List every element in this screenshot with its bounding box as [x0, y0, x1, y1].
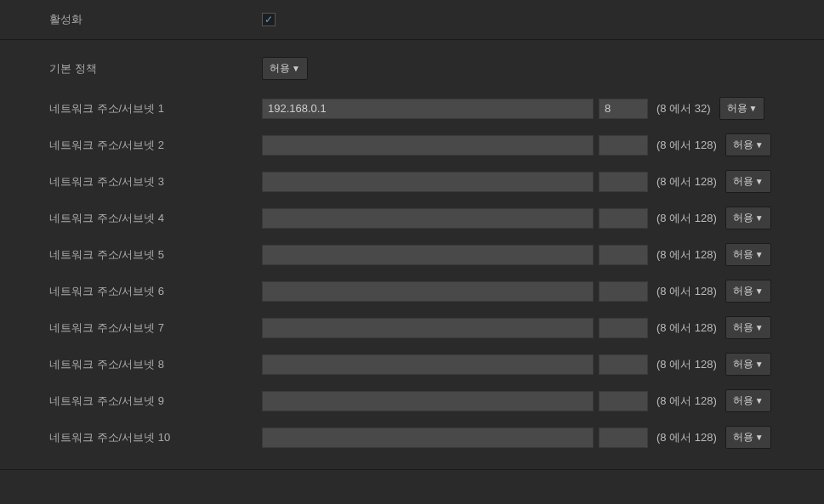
subnet-rule-fields: (8 에서 128)허용▼ — [262, 426, 771, 449]
subnet-rule-label: 네트워크 주소/서브넷 7 — [49, 320, 262, 336]
chevron-down-icon: ▼ — [755, 213, 764, 223]
default-policy-row: 기본 정책 허용 ▼ — [0, 40, 824, 90]
subnet-rule-label: 네트워크 주소/서브넷 8 — [49, 357, 262, 372]
subnet-mask-input[interactable] — [599, 391, 648, 411]
enable-checkbox[interactable]: ✓ — [262, 13, 276, 26]
chevron-down-icon: ▼ — [755, 177, 764, 186]
subnet-rule-row: 네트워크 주소/서브넷 9(8 에서 128)허용▼ — [0, 382, 824, 419]
subnet-rule-row: 네트워크 주소/서브넷 8(8 에서 128)허용▼ — [0, 346, 824, 382]
subnet-action-select[interactable]: 허용▼ — [725, 243, 771, 266]
chevron-down-icon: ▼ — [755, 286, 764, 296]
subnet-action-value: 허용 — [733, 394, 753, 408]
subnet-rule-row: 네트워크 주소/서브넷 5(8 에서 128)허용▼ — [0, 236, 824, 273]
chevron-down-icon: ▼ — [755, 396, 764, 405]
subnet-ip-input[interactable] — [262, 172, 594, 192]
enable-row: 활성화 ✓ — [0, 0, 824, 39]
subnet-ip-input[interactable] — [262, 245, 594, 265]
chevron-down-icon: ▼ — [755, 140, 764, 150]
subnet-rule-label: 네트워크 주소/서브넷 5 — [49, 247, 262, 263]
subnet-rule-row: 네트워크 주소/서브넷 1(8 에서 32)허용▼ — [0, 90, 824, 127]
subnet-range-text: (8 에서 128) — [656, 357, 717, 372]
subnet-rule-row: 네트워크 주소/서브넷 3(8 에서 128)허용▼ — [0, 163, 824, 200]
subnet-ip-input[interactable] — [262, 428, 594, 448]
subnet-mask-input[interactable] — [599, 245, 648, 265]
default-policy-label: 기본 정책 — [49, 61, 262, 76]
default-policy-select[interactable]: 허용 ▼ — [262, 57, 308, 80]
chevron-down-icon: ▼ — [292, 64, 300, 73]
subnet-rule-fields: (8 에서 128)허용▼ — [262, 170, 771, 193]
subnet-action-select[interactable]: 허용▼ — [725, 170, 771, 193]
subnet-rule-label: 네트워크 주소/서브넷 4 — [49, 211, 262, 226]
subnet-range-text: (8 에서 128) — [656, 247, 717, 263]
subnet-range-text: (8 에서 128) — [656, 174, 717, 190]
chevron-down-icon: ▼ — [755, 250, 764, 259]
subnet-rule-row: 네트워크 주소/서브넷 6(8 에서 128)허용▼ — [0, 273, 824, 309]
subnet-rule-fields: (8 에서 128)허용▼ — [262, 353, 771, 376]
subnet-action-select[interactable]: 허용▼ — [725, 133, 771, 156]
subnet-action-value: 허용 — [733, 284, 753, 298]
subnet-ip-input[interactable] — [262, 318, 594, 338]
subnet-rule-row: 네트워크 주소/서브넷 7(8 에서 128)허용▼ — [0, 309, 824, 346]
subnet-rule-label: 네트워크 주소/서브넷 6 — [49, 284, 262, 299]
subnet-rule-label: 네트워크 주소/서브넷 10 — [49, 430, 262, 445]
subnet-range-text: (8 에서 128) — [656, 284, 717, 299]
subnet-ip-input[interactable] — [262, 208, 594, 229]
subnet-range-text: (8 에서 128) — [656, 138, 717, 153]
enable-label: 활성화 — [49, 12, 262, 27]
subnet-rule-label: 네트워크 주소/서브넷 1 — [49, 101, 262, 116]
chevron-down-icon: ▼ — [755, 360, 764, 369]
subnet-rule-row: 네트워크 주소/서브넷 4(8 에서 128)허용▼ — [0, 200, 824, 236]
subnet-range-text: (8 에서 128) — [656, 430, 717, 445]
subnet-action-select[interactable]: 허용▼ — [725, 426, 771, 449]
subnet-rule-row: 네트워크 주소/서브넷 2(8 에서 128)허용▼ — [0, 127, 824, 163]
subnet-mask-input[interactable] — [599, 99, 648, 119]
subnet-range-text: (8 에서 128) — [656, 320, 717, 336]
subnet-ip-input[interactable] — [262, 281, 594, 302]
subnet-rule-row: 네트워크 주소/서브넷 10(8 에서 128)허용▼ — [0, 419, 824, 456]
subnet-mask-input[interactable] — [599, 172, 648, 192]
subnet-range-text: (8 에서 128) — [656, 211, 717, 226]
subnet-mask-input[interactable] — [599, 428, 648, 448]
subnet-range-text: (8 에서 32) — [656, 101, 711, 116]
chevron-down-icon: ▼ — [755, 433, 764, 442]
subnet-rule-fields: (8 에서 128)허용▼ — [262, 243, 771, 266]
subnet-mask-input[interactable] — [599, 318, 648, 338]
subnet-rule-fields: (8 에서 128)허용▼ — [262, 133, 771, 156]
subnet-action-value: 허용 — [727, 101, 747, 116]
subnet-mask-input[interactable] — [599, 354, 648, 375]
subnet-action-select[interactable]: 허용▼ — [719, 97, 765, 120]
subnet-rule-fields: (8 에서 128)허용▼ — [262, 207, 771, 229]
subnet-rule-label: 네트워크 주소/서브넷 3 — [49, 174, 262, 190]
subnet-action-value: 허용 — [733, 357, 753, 371]
subnet-action-select[interactable]: 허용▼ — [725, 280, 771, 303]
subnet-action-select[interactable]: 허용▼ — [725, 389, 771, 412]
subnet-mask-input[interactable] — [599, 281, 648, 302]
chevron-down-icon: ▼ — [755, 323, 764, 332]
subnet-rule-label: 네트워크 주소/서브넷 2 — [49, 138, 262, 153]
subnet-ip-input[interactable] — [262, 354, 594, 375]
subnet-action-select[interactable]: 허용▼ — [725, 316, 771, 339]
subnet-rule-fields: (8 에서 128)허용▼ — [262, 280, 771, 303]
subnet-action-select[interactable]: 허용▼ — [725, 353, 771, 376]
chevron-down-icon: ▼ — [749, 104, 758, 113]
subnet-action-value: 허용 — [733, 138, 753, 152]
subnet-mask-input[interactable] — [599, 135, 648, 156]
check-icon: ✓ — [264, 14, 273, 25]
subnet-action-select[interactable]: 허용▼ — [725, 207, 771, 229]
subnet-action-value: 허용 — [733, 211, 753, 225]
subnet-rule-label: 네트워크 주소/서브넷 9 — [49, 394, 262, 409]
subnet-mask-input[interactable] — [599, 208, 648, 229]
subnet-action-value: 허용 — [733, 320, 753, 335]
subnet-action-value: 허용 — [733, 247, 753, 262]
subnet-rule-fields: (8 에서 128)허용▼ — [262, 316, 771, 339]
subnet-range-text: (8 에서 128) — [656, 394, 717, 409]
default-policy-value: 허용 — [270, 61, 290, 76]
subnet-rule-fields: (8 에서 32)허용▼ — [262, 97, 764, 120]
subnet-rule-fields: (8 에서 128)허용▼ — [262, 389, 771, 412]
subnet-ip-input[interactable] — [262, 99, 594, 119]
subnet-ip-input[interactable] — [262, 391, 594, 411]
subnet-ip-input[interactable] — [262, 135, 594, 156]
subnet-action-value: 허용 — [733, 430, 753, 445]
subnet-action-value: 허용 — [733, 174, 753, 189]
